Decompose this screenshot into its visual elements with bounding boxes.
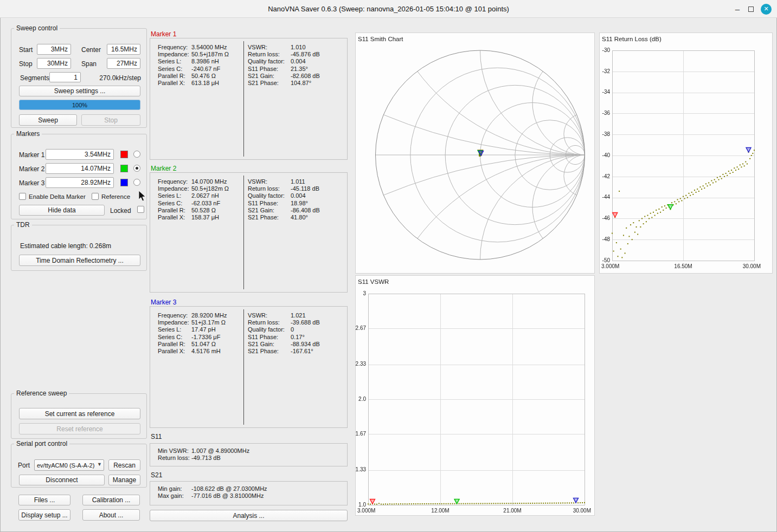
info-value: 158.37 μH bbox=[191, 214, 219, 221]
maximize-icon[interactable] bbox=[748, 7, 754, 12]
reset-reference-button[interactable]: Reset reference bbox=[19, 423, 140, 434]
tdr-button[interactable]: Time Domain Reflectometry ... bbox=[19, 255, 140, 266]
info-row: S21 Gain:-82.608 dB bbox=[248, 73, 320, 80]
manage-button[interactable]: Manage bbox=[108, 475, 140, 485]
info-label: Frequency: bbox=[158, 178, 191, 185]
sweep-control-group: Sweep control Start 3MHz Center 16.5MHz … bbox=[11, 28, 147, 128]
span-label: Span bbox=[81, 60, 97, 68]
set-reference-button[interactable]: Set current as reference bbox=[19, 408, 140, 419]
info-label: VSWR: bbox=[248, 44, 291, 51]
about-button[interactable]: About ... bbox=[82, 509, 140, 521]
info-value: -167.61° bbox=[291, 348, 313, 355]
center-input[interactable]: 16.5MHz bbox=[107, 44, 140, 55]
marker3-radio[interactable] bbox=[133, 179, 140, 186]
rescan-button[interactable]: Rescan bbox=[108, 459, 140, 471]
info-label: Return loss: bbox=[248, 51, 291, 58]
info-row: Parallel R:50.528 Ω bbox=[158, 207, 229, 214]
return-loss-chart-canvas[interactable] bbox=[600, 33, 773, 274]
smith-chart-panel: S11 Smith Chart bbox=[355, 33, 595, 274]
reference-sweep-group: Reference sweep Set current as reference… bbox=[11, 393, 147, 439]
info-value: -39.688 dB bbox=[291, 319, 320, 326]
calibration-button[interactable]: Calibration ... bbox=[82, 495, 140, 505]
start-input[interactable]: 3MHz bbox=[37, 44, 71, 55]
hide-data-button[interactable]: Hide data bbox=[19, 205, 105, 216]
locked-checkbox[interactable] bbox=[137, 206, 144, 213]
segments-input[interactable]: 1 bbox=[49, 72, 81, 82]
analysis-button[interactable]: Analysis ... bbox=[150, 510, 348, 521]
marker1-info-box: Frequency:3.54000 MHzImpedance:50.5+j187… bbox=[150, 38, 348, 160]
info-value: 50.528 Ω bbox=[191, 207, 216, 214]
reference-checkbox[interactable] bbox=[92, 193, 99, 200]
info-row: Parallel X:613.18 μH bbox=[158, 80, 229, 87]
marker2-radio[interactable] bbox=[133, 165, 140, 172]
start-label: Start bbox=[19, 46, 33, 54]
close-icon[interactable]: ✕ bbox=[761, 4, 772, 15]
info-label: Parallel R: bbox=[158, 73, 191, 80]
info-row: Impedance:50.5+j182m Ω bbox=[158, 185, 229, 192]
info-value: 8.3986 nH bbox=[191, 58, 219, 65]
marker2-color-swatch bbox=[120, 165, 128, 172]
s21-summary-box: Min gain:-108.622 dB @ 27.0300MHzMax gai… bbox=[150, 481, 348, 505]
info-row: S21 Phase:-167.61° bbox=[248, 348, 320, 355]
port-combobox[interactable]: ev/ttyACM0 (S-A-A-2) ▼ bbox=[34, 459, 104, 471]
info-row: S11 Phase:18.98° bbox=[248, 200, 320, 207]
info-label: S21 Phase: bbox=[248, 348, 291, 355]
info-value: -49.713 dB bbox=[191, 455, 221, 462]
marker2-info-right: VSWR:1.011Return loss:-45.118 dBQuality … bbox=[248, 178, 320, 221]
info-row: VSWR:1.011 bbox=[248, 178, 320, 185]
display-setup-button[interactable]: Display setup ... bbox=[18, 509, 70, 521]
divider bbox=[243, 41, 244, 157]
info-label: Parallel X: bbox=[158, 348, 191, 355]
info-value: 51+j3.17m Ω bbox=[191, 319, 226, 326]
info-label: Impedance: bbox=[158, 319, 191, 326]
markers-group: Markers Marker 1 3.54MHz Marker 2 14.07M… bbox=[11, 134, 147, 219]
files-button[interactable]: Files ... bbox=[18, 495, 70, 505]
sweep-settings-button[interactable]: Sweep settings ... bbox=[19, 86, 140, 96]
info-value: 50.5+j182m Ω bbox=[191, 185, 229, 192]
info-value: 0.17° bbox=[291, 334, 305, 341]
info-label: Max gain: bbox=[158, 492, 191, 499]
info-label: S11 Phase: bbox=[248, 66, 291, 73]
info-row: S11 Phase:21.35° bbox=[248, 66, 320, 73]
info-value: 17.47 pH bbox=[191, 326, 216, 333]
sweep-button[interactable]: Sweep bbox=[19, 114, 77, 126]
info-row: S21 Gain:-86.408 dB bbox=[248, 207, 320, 214]
info-value: 2.0627 nH bbox=[191, 192, 219, 199]
smith-chart-canvas[interactable] bbox=[356, 33, 595, 274]
minimize-icon[interactable]: – bbox=[734, 4, 741, 14]
info-row: Quality factor:0.004 bbox=[248, 58, 320, 65]
marker1-radio[interactable] bbox=[133, 151, 140, 158]
stop-input[interactable]: 30MHz bbox=[37, 58, 71, 69]
info-row: Series C:-1.7336 μF bbox=[158, 334, 227, 341]
marker2-frequency-input[interactable]: 14.07MHz bbox=[46, 163, 114, 174]
info-row: VSWR:1.010 bbox=[248, 44, 320, 51]
chevron-down-icon: ▼ bbox=[97, 462, 102, 467]
marker3-info-title: Marker 3 bbox=[151, 299, 176, 306]
info-value: 21.35° bbox=[291, 66, 308, 73]
stop-button[interactable]: Stop bbox=[81, 114, 140, 126]
vswr-chart-canvas[interactable] bbox=[356, 276, 595, 516]
disconnect-button[interactable]: Disconnect bbox=[19, 475, 105, 485]
vswr-chart-title: S11 VSWR bbox=[358, 278, 389, 285]
reference-label: Reference bbox=[101, 193, 130, 200]
info-row: Frequency:3.54000 MHz bbox=[158, 44, 229, 51]
marker3-frequency-input[interactable]: 28.92MHz bbox=[46, 177, 114, 188]
serial-port-title: Serial port control bbox=[14, 440, 69, 447]
info-label: Series L: bbox=[158, 192, 191, 199]
span-input[interactable]: 27MHz bbox=[107, 58, 140, 69]
info-row: Return loss:-45.118 dB bbox=[248, 185, 320, 192]
info-label: Impedance: bbox=[158, 51, 191, 58]
marker3-label: Marker 3 bbox=[19, 179, 44, 187]
info-row: Parallel X:4.5176 mH bbox=[158, 348, 227, 355]
tdr-group: TDR Estimated cable length: 0.268m Time … bbox=[11, 225, 147, 271]
enable-delta-marker-checkbox[interactable] bbox=[19, 193, 26, 200]
info-value: 18.98° bbox=[291, 200, 308, 207]
marker1-frequency-input[interactable]: 3.54MHz bbox=[46, 149, 114, 160]
serial-port-group: Serial port control Port ev/ttyACM0 (S-A… bbox=[11, 444, 147, 488]
info-row: Min gain:-108.622 dB @ 27.0300MHz bbox=[158, 485, 267, 492]
info-label: S11 Phase: bbox=[248, 200, 291, 207]
info-row: S21 Phase:104.87° bbox=[248, 80, 320, 87]
info-value: 1.011 bbox=[291, 178, 305, 185]
step-size-label: 270.0kHz/step bbox=[82, 74, 141, 82]
info-value: -45.118 dB bbox=[291, 185, 319, 192]
